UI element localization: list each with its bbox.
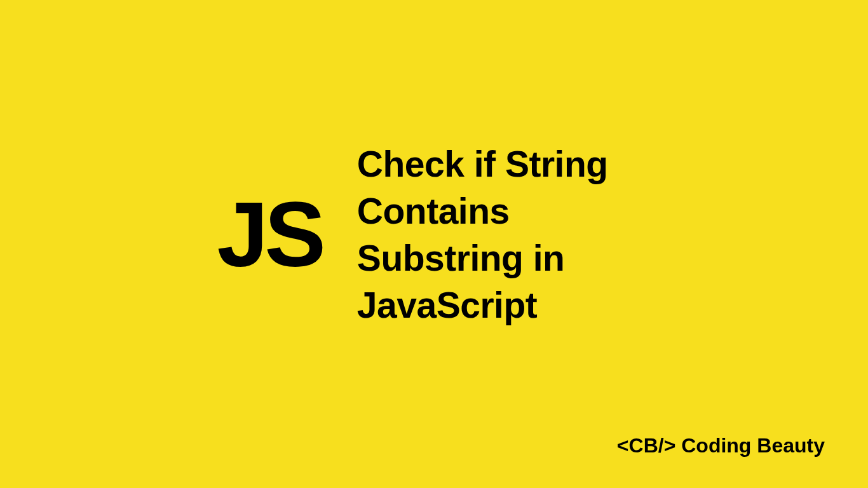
main-content: JS Check if String Contains Substring in…	[217, 140, 651, 329]
brand-tag: <CB/>	[617, 434, 675, 457]
article-title: Check if String Contains Substring in Ja…	[357, 140, 651, 329]
brand-name: Coding Beauty	[681, 434, 825, 457]
js-badge: JS	[217, 189, 322, 281]
title-line-1: Check if String Contains	[357, 140, 651, 234]
title-line-2: Substring in JavaScript	[357, 234, 651, 329]
brand-signature: <CB/> Coding Beauty	[617, 434, 825, 458]
